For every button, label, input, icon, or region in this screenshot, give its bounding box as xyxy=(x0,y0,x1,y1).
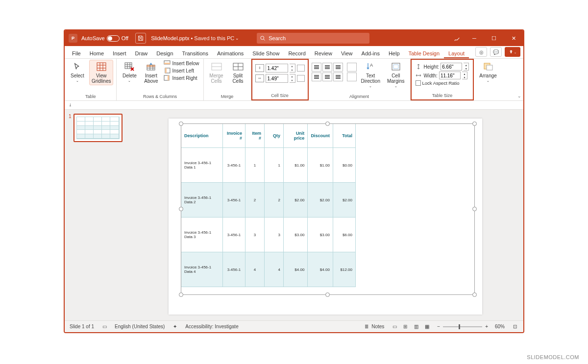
zoom-out-button[interactable]: − xyxy=(437,324,440,329)
svg-text:A: A xyxy=(370,63,373,68)
language-label[interactable]: English (United States) xyxy=(115,324,165,329)
tab-design[interactable]: Design xyxy=(152,48,177,58)
minimize-button[interactable]: ─ xyxy=(465,30,484,46)
language-icon: ▭ xyxy=(101,323,108,330)
resize-handle[interactable] xyxy=(472,121,477,126)
table-width-spinner[interactable]: ▲▼ xyxy=(462,72,467,79)
cell-margins-button[interactable]: Cell Margins⌄ xyxy=(385,60,407,90)
split-cells-button[interactable]: Split Cells xyxy=(228,60,248,85)
table-height-spinner[interactable]: ▲▼ xyxy=(464,63,469,71)
tab-home[interactable]: Home xyxy=(85,48,108,58)
align-tl-button[interactable] xyxy=(312,63,321,72)
tab-addins[interactable]: Add-ins xyxy=(357,48,384,58)
resize-handle[interactable] xyxy=(179,207,183,211)
view-gridlines-button[interactable]: View Gridlines xyxy=(89,60,113,85)
watermark: SLIDEMODEL.COM xyxy=(527,354,579,360)
align-br-button[interactable] xyxy=(333,73,343,81)
tab-help[interactable]: Help xyxy=(384,48,404,58)
align-tr-button[interactable] xyxy=(333,63,343,72)
chevron-down-icon[interactable]: ⌄ xyxy=(235,36,239,41)
powerpoint-icon: P xyxy=(69,34,77,43)
resize-handle[interactable] xyxy=(472,292,477,297)
sorter-view-button[interactable]: ⊞ xyxy=(402,323,409,330)
comments-button[interactable]: 💬 xyxy=(490,47,502,57)
resize-handle[interactable] xyxy=(472,207,477,211)
align-bc-button[interactable] xyxy=(322,73,332,81)
table-width-label: Width: xyxy=(424,73,438,78)
zoom-in-button[interactable]: + xyxy=(485,324,488,329)
search-icon xyxy=(260,35,266,41)
cell-height-spinner[interactable]: ▲▼ xyxy=(290,64,295,73)
tab-record[interactable]: Record xyxy=(284,48,310,58)
distribute-cols-button[interactable] xyxy=(297,75,305,82)
insert-above-button[interactable]: Insert Above xyxy=(141,60,161,85)
collapse-ribbon-icon[interactable]: ⌄ xyxy=(517,94,521,98)
align-tc-button[interactable] xyxy=(322,63,332,72)
slide-number: 1 xyxy=(69,114,72,142)
fit-button[interactable]: ⊡ xyxy=(512,323,518,330)
table-width-input[interactable] xyxy=(439,72,461,79)
insert-below-button[interactable]: Insert Below xyxy=(163,60,200,67)
table-height-input[interactable] xyxy=(441,63,462,71)
tab-layout[interactable]: Layout xyxy=(444,48,469,58)
slide-thumbnail[interactable] xyxy=(74,114,122,142)
delete-button[interactable]: Delete⌄ xyxy=(120,60,139,84)
tab-file[interactable]: File xyxy=(68,48,85,58)
tab-transitions[interactable]: Transitions xyxy=(178,48,213,58)
cell-height-input[interactable] xyxy=(266,64,288,73)
zoom-value[interactable]: 60% xyxy=(495,324,505,329)
resize-handle[interactable] xyxy=(179,121,183,126)
close-button[interactable]: ✕ xyxy=(504,30,523,46)
align-extra1-button[interactable] xyxy=(347,63,357,72)
arrange-button[interactable]: Arrange⌄ xyxy=(477,60,499,84)
zoom-slider[interactable]: − + xyxy=(437,324,488,329)
distribute-rows-button[interactable] xyxy=(297,65,305,72)
align-bl-button[interactable] xyxy=(312,73,321,81)
zoom-track[interactable] xyxy=(443,326,482,327)
slide-thumbnails-panel: 1 xyxy=(65,110,127,320)
cell-width-input[interactable] xyxy=(266,74,288,83)
maximize-button[interactable]: ☐ xyxy=(484,30,504,46)
resize-handle[interactable] xyxy=(179,292,183,297)
autosave-toggle[interactable]: AutoSave Off xyxy=(81,35,128,42)
tab-review[interactable]: Review xyxy=(310,48,337,58)
save-status: Saved to this PC xyxy=(194,35,234,41)
search-input[interactable]: Search xyxy=(257,33,369,44)
tab-animations[interactable]: Animations xyxy=(213,48,248,58)
insert-left-button[interactable]: Insert Left xyxy=(163,67,200,74)
qat-dropdown-icon[interactable]: ⤓ xyxy=(69,103,72,107)
resize-handle[interactable] xyxy=(325,292,330,297)
share-button[interactable]: ⌄ xyxy=(505,47,520,57)
slideshow-view-button[interactable]: ▦ xyxy=(423,323,430,330)
tab-view[interactable]: View xyxy=(337,48,357,58)
select-button[interactable]: Select⌄ xyxy=(68,60,87,84)
cell-width-spinner[interactable]: ▲▼ xyxy=(290,74,295,83)
reading-view-button[interactable]: ▥ xyxy=(413,323,419,330)
tab-slideshow[interactable]: Slide Show xyxy=(248,48,284,58)
resize-handle[interactable] xyxy=(325,121,330,126)
align-extra2-button[interactable] xyxy=(347,73,357,81)
checkbox-icon xyxy=(416,80,421,86)
tab-table-design[interactable]: Table Design xyxy=(404,48,444,58)
tab-insert[interactable]: Insert xyxy=(108,48,131,58)
accessibility-label[interactable]: Accessibility: Investigate xyxy=(185,324,238,329)
svg-rect-15 xyxy=(147,65,155,67)
merge-cells-button[interactable]: Merge Cells xyxy=(207,60,226,85)
tab-draw[interactable]: Draw xyxy=(131,48,152,58)
save-button[interactable] xyxy=(135,33,146,44)
insert-right-button[interactable]: Insert Right xyxy=(163,74,200,81)
autosave-label: AutoSave xyxy=(81,35,105,41)
selection-frame[interactable] xyxy=(181,123,475,295)
row-height-icon: ⇕ xyxy=(255,64,264,72)
notes-button[interactable]: ≣Notes xyxy=(363,323,384,330)
titlebar: P AutoSave Off SlideModel.pptx • Saved t… xyxy=(65,30,523,46)
normal-view-button[interactable]: ▭ xyxy=(391,323,398,330)
ribbon-group-arrange: Arrange⌄ xyxy=(474,59,502,100)
record-indicator-icon[interactable]: ◎ xyxy=(475,47,487,57)
draw-mode-icon[interactable] xyxy=(450,35,465,42)
text-direction-button[interactable]: A Text Direction⌄ xyxy=(359,60,383,90)
toggle-icon xyxy=(107,35,120,42)
lock-aspect-checkbox[interactable]: Lock Aspect Ratio xyxy=(416,80,469,86)
height-icon xyxy=(416,64,422,70)
slide-canvas[interactable]: Description Invoice # Item # Qty Unit pr… xyxy=(127,110,523,320)
